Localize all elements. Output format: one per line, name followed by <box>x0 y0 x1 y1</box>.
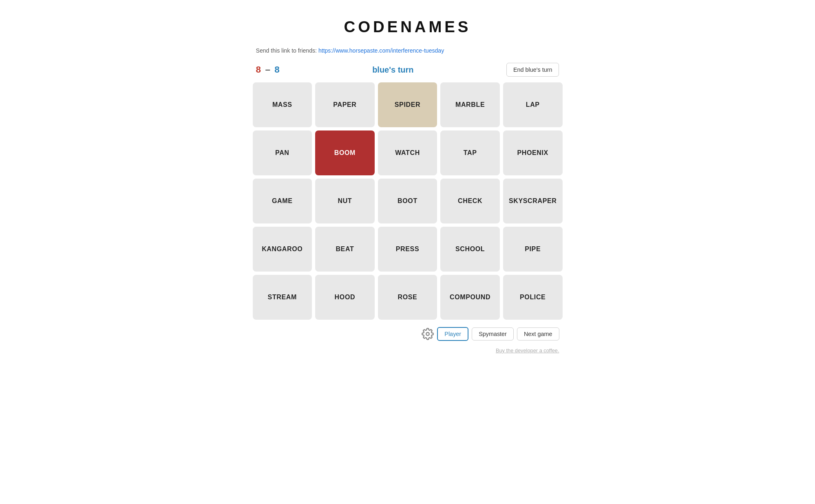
card-pipe[interactable]: PIPE <box>503 227 563 272</box>
card-stream[interactable]: STREAM <box>253 275 312 320</box>
scoreboard-row: 8 – 8 blue's turn End blue's turn <box>253 63 563 77</box>
card-paper[interactable]: PAPER <box>315 82 375 127</box>
card-press[interactable]: PRESS <box>378 227 437 272</box>
card-pan[interactable]: PAN <box>253 130 312 175</box>
bottom-controls: Player Spymaster Next game <box>422 327 562 341</box>
card-marble[interactable]: MARBLE <box>440 82 500 127</box>
card-boot[interactable]: BOOT <box>378 179 437 223</box>
card-compound[interactable]: COMPOUND <box>440 275 500 320</box>
card-boom[interactable]: BOOM <box>315 130 375 175</box>
card-phoenix[interactable]: PHOENIX <box>503 130 563 175</box>
share-url-link[interactable]: https://www.horsepaste.com/interference-… <box>318 47 444 54</box>
card-spider[interactable]: SPIDER <box>378 82 437 127</box>
card-grid: MASSPAPERSPIDERMARBLELAPPANBOOMWATCHTAPP… <box>253 82 563 320</box>
svg-point-0 <box>426 332 430 336</box>
settings-icon[interactable] <box>422 328 434 340</box>
card-mass[interactable]: MASS <box>253 82 312 127</box>
score-dash: – <box>265 64 270 75</box>
end-turn-button[interactable]: End blue's turn <box>506 63 559 77</box>
card-watch[interactable]: WATCH <box>378 130 437 175</box>
card-skyscraper[interactable]: SKYSCRAPER <box>503 179 563 223</box>
card-rose[interactable]: ROSE <box>378 275 437 320</box>
player-button[interactable]: Player <box>437 327 468 341</box>
score-display: 8 – 8 <box>256 64 280 75</box>
card-lap[interactable]: LAP <box>503 82 563 127</box>
card-game[interactable]: GAME <box>253 179 312 223</box>
score-blue: 8 <box>274 64 279 75</box>
card-kangaroo[interactable]: KANGAROO <box>253 227 312 272</box>
score-red: 8 <box>256 64 261 75</box>
game-title: CODENAMES <box>344 18 471 36</box>
share-label: Send this link to friends: <box>256 47 317 54</box>
spymaster-button[interactable]: Spymaster <box>472 327 514 340</box>
card-beat[interactable]: BEAT <box>315 227 375 272</box>
card-check[interactable]: CHECK <box>440 179 500 223</box>
footer-coffee-link[interactable]: Buy the developer a coffee. <box>496 347 563 354</box>
turn-label: blue's turn <box>372 65 413 75</box>
card-hood[interactable]: HOOD <box>315 275 375 320</box>
card-tap[interactable]: TAP <box>440 130 500 175</box>
next-game-button[interactable]: Next game <box>517 327 559 340</box>
share-link-row: Send this link to friends: https://www.h… <box>253 47 444 54</box>
card-police[interactable]: POLICE <box>503 275 563 320</box>
card-school[interactable]: SCHOOL <box>440 227 500 272</box>
card-nut[interactable]: NUT <box>315 179 375 223</box>
